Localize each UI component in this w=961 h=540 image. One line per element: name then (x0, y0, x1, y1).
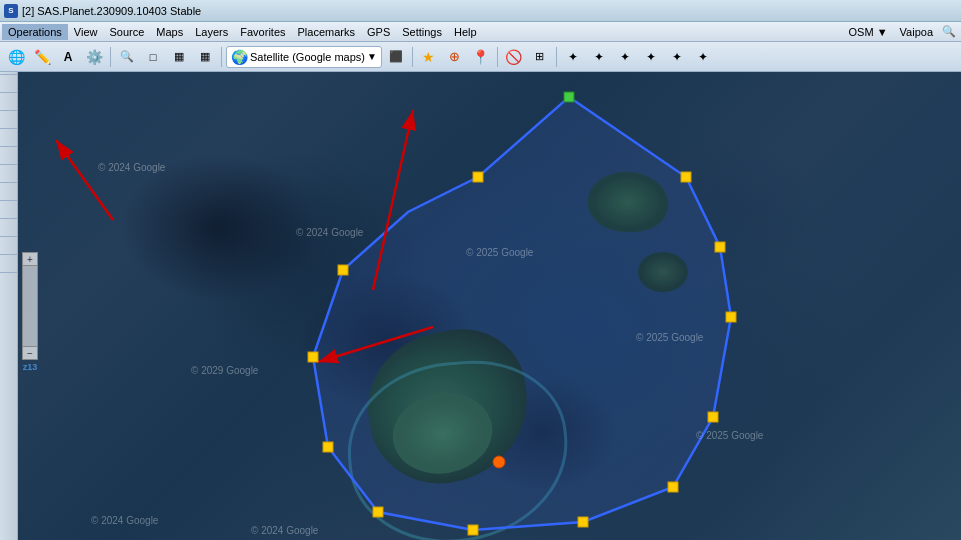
ruler-tick (0, 110, 17, 128)
water-patch-1 (118, 152, 318, 302)
toolbar: 🌐 ✏️ A ⚙️ 🔍 □ ▦ ▦ 🌍 Satellite (Google ma… (0, 42, 961, 72)
tb-cursor3-btn[interactable]: ✦ (613, 45, 637, 69)
tb-separator-3 (412, 47, 413, 67)
app-icon: S (4, 4, 18, 18)
ruler-tick (0, 164, 17, 182)
menu-vaipoa[interactable]: Vaipoa (894, 24, 939, 40)
island-small-1 (588, 172, 668, 232)
tb-stop-btn[interactable]: 🚫 (502, 45, 526, 69)
tb-cursor5-btn[interactable]: ✦ (665, 45, 689, 69)
tb-label-btn[interactable]: A (56, 45, 80, 69)
satellite-label: Satellite (Google maps) (250, 51, 365, 63)
tb-edit-btn[interactable]: ✏️ (30, 45, 54, 69)
tb-zoom-btn[interactable]: 🔍 (115, 45, 139, 69)
ruler-tick (0, 128, 17, 146)
tb-plus-btn[interactable]: ⊕ (443, 45, 467, 69)
tb-separator-1 (110, 47, 111, 67)
ruler-tick (0, 146, 17, 164)
tb-grid3-btn[interactable]: ⊞ (528, 45, 552, 69)
zoom-in-button[interactable]: + (22, 252, 38, 266)
ruler-tick (0, 236, 17, 254)
tb-separator-2 (221, 47, 222, 67)
zoom-control: + − z13 (22, 252, 38, 372)
tb-color-btn[interactable]: ⬛ (384, 45, 408, 69)
ruler-tick (0, 254, 17, 272)
zoom-out-button[interactable]: − (22, 346, 38, 360)
tb-cursor4-btn[interactable]: ✦ (639, 45, 663, 69)
tb-separator-4 (497, 47, 498, 67)
menu-bar: Operations View Source Maps Layers Favor… (0, 22, 961, 42)
menu-maps[interactable]: Maps (150, 24, 189, 40)
menu-placemarks[interactable]: Placemarks (292, 24, 361, 40)
tb-grid2-btn[interactable]: ▦ (193, 45, 217, 69)
globe-icon: 🌍 (231, 49, 248, 65)
ruler-tick (0, 92, 17, 110)
tb-cursor6-btn[interactable]: ✦ (691, 45, 715, 69)
menu-favorites[interactable]: Favorites (234, 24, 291, 40)
ruler-tick (0, 74, 17, 92)
dropdown-arrow-icon: ▼ (367, 51, 377, 62)
left-ruler (0, 72, 18, 540)
ruler-tick (0, 218, 17, 236)
menu-help[interactable]: Help (448, 24, 483, 40)
menu-operations[interactable]: Operations (2, 24, 68, 40)
tb-cursor1-btn[interactable]: ✦ (561, 45, 585, 69)
window-title: [2] SAS.Planet.230909.10403 Stable (22, 5, 201, 17)
satellite-source-dropdown[interactable]: 🌍 Satellite (Google maps) ▼ (226, 46, 382, 68)
tb-square-btn[interactable]: □ (141, 45, 165, 69)
island-small-2 (638, 252, 688, 292)
menu-search-icon[interactable]: 🔍 (939, 23, 959, 41)
menu-layers[interactable]: Layers (189, 24, 234, 40)
tb-navigate-btn[interactable]: 🌐 (4, 45, 28, 69)
tb-grid-btn[interactable]: ▦ (167, 45, 191, 69)
tb-pin-up-btn[interactable]: 📍 (469, 45, 493, 69)
ruler-tick (0, 182, 17, 200)
ruler-tick (0, 200, 17, 218)
menu-gps[interactable]: GPS (361, 24, 396, 40)
ruler-tick (0, 272, 17, 290)
menu-source[interactable]: Source (103, 24, 150, 40)
menu-view[interactable]: View (68, 24, 104, 40)
zoom-level-label: z13 (23, 362, 38, 372)
tb-star-btn[interactable]: ★ (417, 45, 441, 69)
menu-osm[interactable]: OSM ▼ (843, 24, 894, 40)
title-bar: S [2] SAS.Planet.230909.10403 Stable (0, 0, 961, 22)
tb-cursor2-btn[interactable]: ✦ (587, 45, 611, 69)
zoom-slider-track (22, 266, 38, 346)
tb-separator-5 (556, 47, 557, 67)
map-area[interactable]: © 2024 Google © 2024 Google © 2025 Googl… (18, 72, 961, 540)
tb-gear-btn[interactable]: ⚙️ (82, 45, 106, 69)
menu-settings[interactable]: Settings (396, 24, 448, 40)
